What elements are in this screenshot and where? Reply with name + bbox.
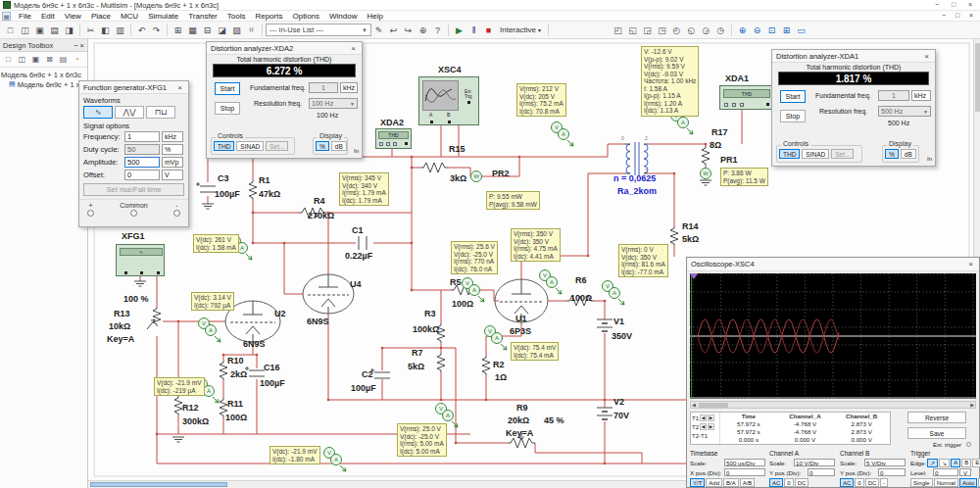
close-button[interactable]: × [963, 1, 977, 10]
xda1-%-button[interactable]: % [885, 149, 899, 159]
xda1-resolution-dropdown[interactable]: 500 Hz▼ [878, 106, 931, 117]
channel-b--button[interactable]: - [880, 478, 888, 487]
grapher-icon[interactable]: ▧ [229, 23, 244, 37]
fullscreen-icon[interactable]: ▭ [794, 23, 808, 37]
channel-b-pos-value[interactable]: 0 [878, 468, 906, 476]
reverse-button[interactable]: Reverse [907, 412, 966, 423]
xda1-stop-button[interactable]: Stop [780, 110, 806, 122]
wattmeter-icon[interactable]: ◲ [640, 23, 655, 37]
trigger-normal-button[interactable]: Normal [934, 478, 958, 487]
xda2-stop-button[interactable]: Stop [215, 102, 240, 115]
menu-item-help[interactable]: Help [362, 12, 387, 21]
fgen-title-bar[interactable]: Function generator-XFG1 × [79, 81, 188, 94]
xda2-thd-button[interactable]: THD [214, 141, 234, 151]
annotate-forward-icon[interactable]: ↪ [401, 23, 416, 37]
xda2-title-bar[interactable]: Distortion analyzer-XDA2 × [207, 42, 362, 55]
open-design-icon[interactable]: ◫ [16, 53, 28, 66]
trigger-edge-b-button[interactable]: B [961, 459, 971, 467]
trigger-level-value[interactable]: 0 [933, 468, 958, 476]
in-use-list-dropdown[interactable]: --- In-Use List --- ▼ [266, 24, 371, 36]
maximize-button[interactable]: □ [947, 1, 960, 10]
options-icon[interactable]: ◔ [71, 53, 83, 66]
common-terminal[interactable] [130, 210, 137, 217]
mdi-restore-button[interactable]: □ [951, 12, 964, 21]
frequency-input[interactable]: 1 [124, 131, 160, 142]
triangle-wave-icon[interactable]: ⋀⋁ [115, 106, 144, 119]
channel-a-scale-value[interactable]: 10 V/Div [794, 459, 835, 466]
menu-item-window[interactable]: Window [324, 12, 362, 21]
spreadsheet-view-icon[interactable]: ⊟ [200, 23, 215, 37]
trigger-edge-a-button[interactable]: A [951, 459, 960, 467]
channel-b-dc-button[interactable]: DC [865, 478, 880, 487]
distortion-analyzer-xda1-icon[interactable]: THD [719, 85, 774, 110]
cursor-right-button[interactable]: ▶ [708, 415, 714, 421]
find-icon[interactable]: ⊕ [416, 23, 430, 37]
panel-close-button[interactable]: × [80, 41, 84, 50]
paste-icon[interactable]: ▥ [113, 23, 127, 37]
print-icon[interactable]: ▤ [47, 23, 62, 37]
menu-item-simulate[interactable]: Simulate [143, 12, 183, 21]
function-generator-xfg1-icon[interactable]: ∿ [116, 244, 165, 276]
design-tree-item[interactable]: ▤ Модель 6н9с + 1 х 6п3с [1, 79, 86, 89]
annotate-back-icon[interactable]: ↩ [386, 23, 401, 37]
save-button[interactable]: Save [907, 427, 966, 439]
timebase-add-button[interactable]: Add [706, 478, 722, 487]
bode-plotter-icon[interactable]: ◴ [669, 23, 684, 37]
xda1-title-bar[interactable]: Distortion analyzer-XDA1 × [772, 50, 935, 63]
interactive-dropdown[interactable]: Interactive ▾ [496, 25, 545, 34]
trigger-auto-button[interactable]: Auto [959, 478, 977, 487]
xda1-thd-button[interactable]: THD [779, 149, 800, 159]
timebase-yt-button[interactable]: Y/T [690, 478, 705, 487]
ext-trigger-radio[interactable] [966, 442, 971, 447]
menu-item-view[interactable]: View [60, 12, 86, 21]
close-icon[interactable]: × [966, 260, 975, 268]
mdi-close-button[interactable]: × [964, 12, 978, 21]
xda2-set-button[interactable]: Set... [266, 141, 288, 151]
close-icon[interactable]: × [922, 52, 931, 61]
help-icon[interactable]: ? [430, 23, 445, 37]
amplitude-input[interactable]: 500 [124, 157, 160, 168]
xda2-%-button[interactable]: % [316, 141, 329, 151]
zoom-in-icon[interactable]: ⊕ [735, 23, 750, 37]
database-manager-icon[interactable]: ▦ [185, 23, 200, 37]
undo-icon[interactable]: ↶ [134, 23, 149, 37]
function-generator-dialog[interactable]: Function generator-XFG1 × Waveforms ∿⋀⋁⊓… [78, 80, 189, 227]
redo-icon[interactable]: ↷ [149, 23, 164, 37]
open-file-icon[interactable]: ◫ [18, 23, 32, 37]
oscilloscope-icon[interactable]: ◳ [655, 23, 669, 37]
channel-b-scale-value[interactable]: 5 V/Div [864, 459, 906, 466]
scope-title-bar[interactable]: Oscilloscope-XSC4 × [687, 258, 979, 271]
cursor-right-button[interactable]: ▶ [708, 423, 714, 430]
xda1-set-button[interactable]: Set... [831, 149, 854, 159]
postprocessor-icon[interactable]: ⌗ [244, 23, 259, 37]
minus-terminal[interactable] [173, 210, 180, 217]
minimize-button[interactable]: − [930, 1, 944, 10]
trigger-edge-ext-button[interactable]: Ext [972, 459, 980, 467]
scroll-thumb[interactable] [90, 482, 227, 487]
menu-item-options[interactable]: Options [287, 12, 324, 21]
zoom-out-icon[interactable]: ⊖ [750, 23, 764, 37]
zoom-fit-icon[interactable]: ⊞ [779, 23, 794, 37]
set-rise-fall-button[interactable]: Set rise/Fall time [83, 183, 184, 196]
xda1-sinad-button[interactable]: SINAD [802, 149, 829, 159]
pencil-icon[interactable]: ✎ [371, 23, 386, 37]
scroll-thumb[interactable] [975, 43, 980, 112]
save-icon[interactable]: ▣ [32, 23, 47, 37]
sine-wave-icon[interactable]: ∿ [83, 106, 113, 119]
new-design-icon[interactable]: □ [2, 53, 15, 66]
oscilloscope-xsc4-icon[interactable]: Ext Trig A B [418, 76, 479, 125]
menu-item-file[interactable]: File [14, 12, 36, 21]
offset-input[interactable]: 0 [124, 170, 160, 180]
menu-item-edit[interactable]: Edit [36, 12, 60, 21]
xda2-sinad-button[interactable]: SINAD [236, 141, 264, 151]
channel-a-0-button[interactable]: 0 [784, 478, 793, 487]
square-wave-icon[interactable]: ⊓⊔ [146, 106, 175, 119]
run-simulation-button[interactable]: ▶ [452, 23, 466, 37]
dutycycle-input[interactable]: 50 [124, 144, 160, 155]
plus-terminal[interactable] [87, 210, 94, 217]
timebase-scale-value[interactable]: 500 us/Div [724, 459, 765, 466]
zoom-area-icon[interactable]: ⊡ [764, 23, 779, 37]
menu-item-place[interactable]: Place [86, 12, 116, 21]
distortion-analyzer-xda2-dialog[interactable]: Distortion analyzer-XDA2 × Total harmoni… [206, 41, 363, 159]
channel-b-0-button[interactable]: 0 [855, 478, 863, 487]
